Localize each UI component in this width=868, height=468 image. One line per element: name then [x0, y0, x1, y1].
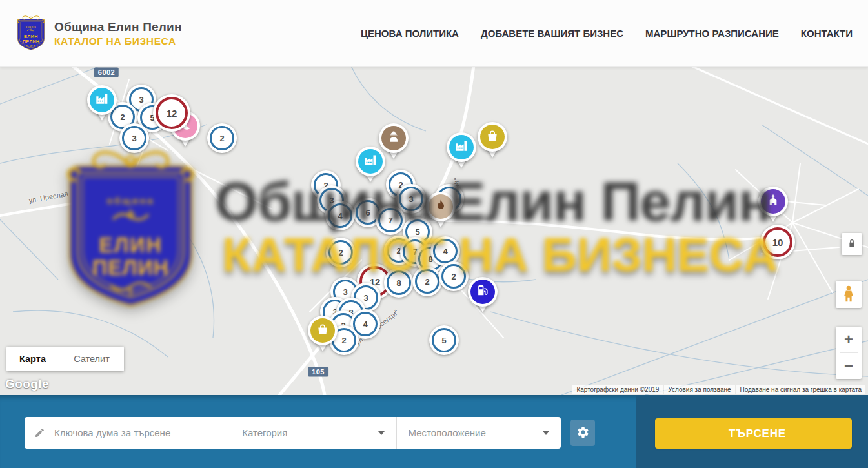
- site-logo[interactable]: Община Елин Пелин КАТАЛОГ НА БИЗНЕСА: [14, 13, 182, 54]
- search-fields: Категория Местоположение: [25, 417, 561, 449]
- map-attribution: Картографски данни ©2019 Условия за полз…: [572, 385, 865, 394]
- search-button-label: ТЪРСЕНЕ: [729, 427, 786, 440]
- street-view-pegman-button[interactable]: [836, 281, 862, 308]
- zoom-in-button[interactable]: +: [836, 327, 862, 352]
- map-controls-layer: Карта Сателит Google Картографски данни …: [0, 66, 868, 395]
- map-lock-button[interactable]: [842, 233, 862, 255]
- category-select[interactable]: Категория: [230, 417, 396, 449]
- padlock-icon: [846, 238, 858, 251]
- zoom-control: + −: [836, 327, 862, 379]
- search-button[interactable]: ТЪРСЕНЕ: [655, 418, 852, 449]
- map-type-switcher: Карта Сателит: [6, 347, 124, 371]
- site-header: Община Елин Пелин КАТАЛОГ НА БИЗНЕСА ЦЕН…: [0, 0, 868, 67]
- attribution-terms-link[interactable]: Условия за ползване: [664, 385, 734, 394]
- nav-item-route-schedule[interactable]: МАРШРУТНО РАЗПИСАНИЕ: [645, 28, 779, 39]
- gear-icon: [576, 425, 590, 441]
- location-select-value: Местоположение: [409, 427, 543, 438]
- chevron-down-icon: [543, 431, 549, 435]
- business-catalog-page: община ЕЛИН ПЕЛИН Община Елин Пелин КАТА…: [0, 0, 868, 468]
- category-select-value: Категория: [242, 427, 378, 438]
- map-type-map-button[interactable]: Карта: [6, 347, 59, 371]
- nav-item-pricing[interactable]: ЦЕНОВА ПОЛИТИКА: [361, 28, 459, 39]
- keyword-search-field[interactable]: [25, 417, 230, 449]
- google-map[interactable]: 6002105ул. Преславбул. „Новоселци“ци“ 32…: [0, 66, 868, 395]
- nav-item-contacts[interactable]: КОНТАКТИ: [801, 28, 853, 39]
- attribution-copyright: Картографски данни ©2019: [572, 385, 663, 394]
- location-select[interactable]: Местоположение: [396, 417, 561, 449]
- site-subtitle: КАТАЛОГ НА БИЗНЕСА: [54, 35, 182, 47]
- search-bar: Категория Местоположение ТЪРСЕНЕ: [0, 395, 868, 468]
- attribution-report-error-link[interactable]: Подаване на сигнал за грешка в картата: [736, 385, 865, 394]
- search-button-panel: ТЪРСЕНЕ: [636, 395, 868, 468]
- chevron-down-icon: [378, 431, 385, 435]
- keyword-search-input[interactable]: [53, 427, 217, 439]
- municipality-crest-logo: [14, 13, 48, 54]
- pegman-icon: [839, 284, 858, 305]
- zoom-out-button[interactable]: −: [836, 353, 862, 379]
- advanced-search-settings-button[interactable]: [570, 420, 595, 446]
- google-logo[interactable]: Google: [5, 377, 49, 391]
- nav-item-add-business[interactable]: ДОБАВЕТЕ ВАШИЯТ БИЗНЕС: [481, 28, 623, 39]
- pencil-icon: [34, 427, 45, 438]
- site-title: Община Елин Пелин: [54, 19, 182, 35]
- map-type-satellite-button[interactable]: Сателит: [59, 347, 124, 371]
- main-nav: ЦЕНОВА ПОЛИТИКА ДОБАВЕТЕ ВАШИЯТ БИЗНЕС М…: [361, 28, 853, 39]
